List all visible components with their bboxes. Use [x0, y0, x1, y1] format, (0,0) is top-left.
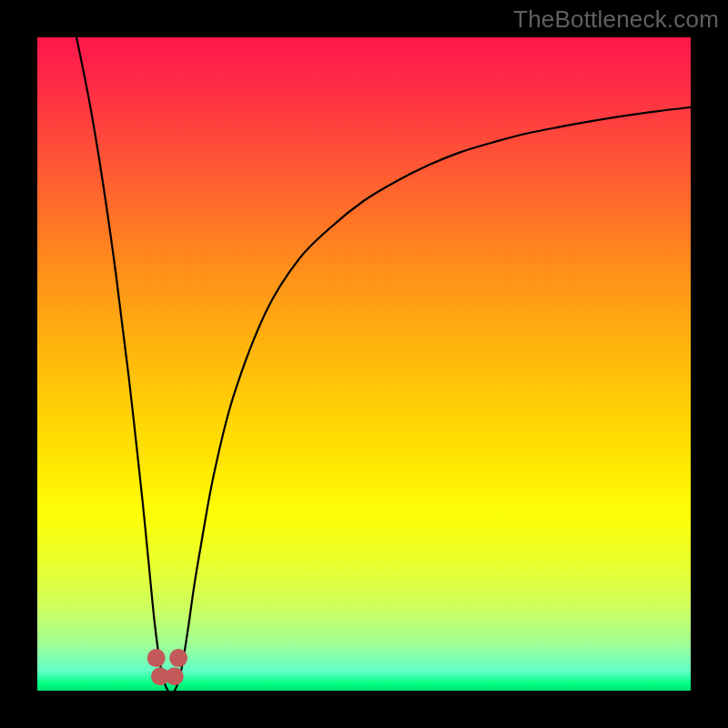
- watermark-text: TheBottleneck.com: [513, 5, 719, 34]
- data-marker: [169, 649, 187, 667]
- curve-layer: [37, 37, 691, 691]
- bottleneck-curve: [76, 37, 691, 693]
- data-marker: [147, 649, 166, 667]
- curve-path: [76, 37, 691, 693]
- plot-area: [37, 37, 691, 691]
- chart-root: TheBottleneck.com: [0, 0, 728, 728]
- data-marker: [166, 667, 184, 685]
